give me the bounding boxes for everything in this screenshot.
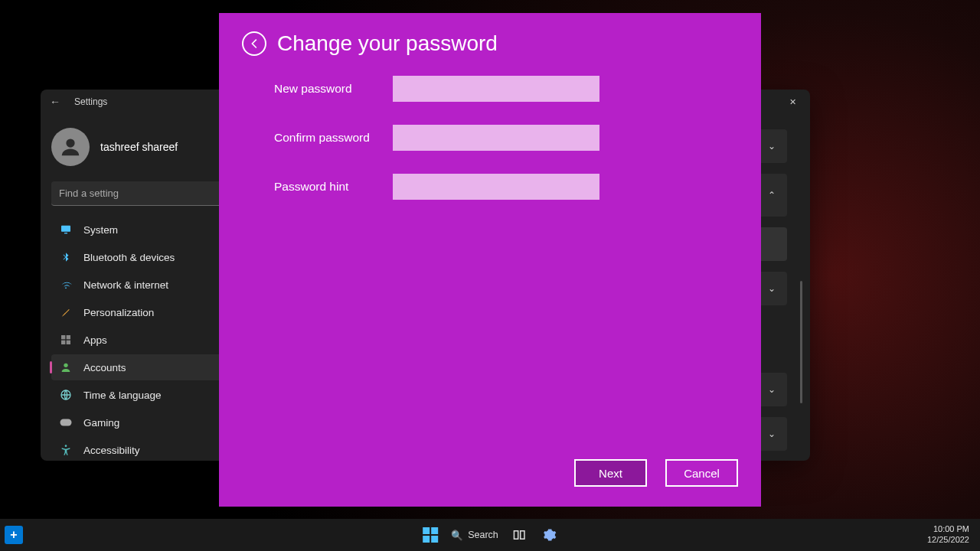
confirm-password-row: Confirm password xyxy=(274,125,738,151)
svg-rect-3 xyxy=(61,335,65,339)
accessibility-icon xyxy=(59,443,73,457)
svg-point-10 xyxy=(65,445,67,447)
expand-button[interactable]: ⌄ xyxy=(756,129,787,163)
globe-icon xyxy=(59,388,73,402)
person-icon xyxy=(59,360,73,374)
modal-back-button[interactable] xyxy=(242,31,266,56)
svg-rect-5 xyxy=(61,341,65,344)
taskbar: + 🔍 Search 10:00 PM 12/25/2022 xyxy=(0,519,980,551)
svg-rect-6 xyxy=(67,341,70,344)
close-button[interactable]: ✕ xyxy=(775,90,810,114)
widgets-button[interactable]: + xyxy=(5,526,23,544)
monitor-icon xyxy=(59,223,73,236)
modal-footer: Next Cancel xyxy=(242,459,738,491)
clock-date: 12/25/2022 xyxy=(927,535,969,546)
cancel-button[interactable]: Cancel xyxy=(665,459,738,487)
taskbar-search-label: Search xyxy=(468,530,498,540)
expand-button[interactable]: ⌄ xyxy=(756,417,787,451)
sidebar-item-label: Network & internet xyxy=(83,279,168,291)
sidebar-item-gaming[interactable]: Gaming xyxy=(51,409,246,435)
confirm-password-label: Confirm password xyxy=(274,131,393,145)
collapse-button[interactable]: ⌃ xyxy=(756,174,787,217)
panel-row[interactable] xyxy=(756,227,787,261)
modal-header: Change your password xyxy=(242,31,738,56)
svg-rect-12 xyxy=(520,531,524,540)
system-tray-clock[interactable]: 10:00 PM 12/25/2022 xyxy=(927,524,980,546)
change-password-modal: Change your password New password Confir… xyxy=(219,13,761,507)
start-button[interactable] xyxy=(420,525,440,545)
sidebar-item-accessibility[interactable]: Accessibility xyxy=(51,437,246,461)
modal-title: Change your password xyxy=(277,31,498,56)
scrollbar[interactable] xyxy=(800,281,802,403)
search-wrap: 🔍 xyxy=(51,181,238,206)
svg-rect-2 xyxy=(64,233,67,233)
sidebar-item-apps[interactable]: Apps xyxy=(51,327,246,353)
settings-nav: SystemBluetooth & devicesNetwork & inter… xyxy=(51,217,246,461)
expand-button[interactable]: ⌄ xyxy=(756,272,787,305)
password-hint-input[interactable] xyxy=(393,174,599,200)
new-password-row: New password xyxy=(274,76,738,102)
sidebar-item-label: Bluetooth & devices xyxy=(83,252,175,263)
sidebar-item-accounts[interactable]: Accounts xyxy=(51,354,246,380)
sidebar-item-system[interactable]: System xyxy=(51,217,246,243)
svg-rect-4 xyxy=(67,335,70,339)
sidebar-item-label: Accessibility xyxy=(83,445,140,456)
sidebar-item-label: Personalization xyxy=(83,307,154,318)
gamepad-icon xyxy=(59,416,73,429)
username-label: tashreef shareef xyxy=(100,141,178,153)
sidebar-item-label: Accounts xyxy=(83,362,126,373)
back-button[interactable]: ← xyxy=(50,96,60,108)
avatar-icon xyxy=(51,128,90,166)
sidebar-item-network-internet[interactable]: Network & internet xyxy=(51,272,246,298)
expand-button[interactable]: ⌄ xyxy=(756,373,787,406)
task-view-button[interactable] xyxy=(509,525,529,545)
clock-time: 10:00 PM xyxy=(927,524,969,535)
wifi-icon xyxy=(59,278,73,292)
search-input[interactable] xyxy=(51,181,238,206)
settings-title: Settings xyxy=(74,96,107,107)
sidebar-item-label: Time & language xyxy=(83,390,162,401)
svg-point-7 xyxy=(64,364,67,367)
apps-icon xyxy=(59,333,73,347)
sidebar-item-personalization[interactable]: Personalization xyxy=(51,299,246,325)
confirm-password-input[interactable] xyxy=(393,125,599,151)
sidebar-item-bluetooth-devices[interactable]: Bluetooth & devices xyxy=(51,244,246,270)
svg-rect-9 xyxy=(60,419,72,426)
next-button[interactable]: Next xyxy=(574,459,647,487)
sidebar-item-label: Gaming xyxy=(83,417,119,429)
taskbar-search[interactable]: 🔍 Search xyxy=(451,530,498,541)
sidebar-item-label: System xyxy=(83,224,118,236)
search-icon: 🔍 xyxy=(451,530,463,541)
brush-icon xyxy=(59,305,73,319)
svg-rect-1 xyxy=(61,226,70,232)
sidebar-item-label: Apps xyxy=(83,334,107,346)
new-password-label: New password xyxy=(274,82,393,96)
settings-taskbar-icon[interactable] xyxy=(540,525,560,545)
svg-point-0 xyxy=(66,139,74,147)
password-form: New password Confirm password Password h… xyxy=(242,76,738,200)
svg-rect-11 xyxy=(514,531,518,540)
new-password-input[interactable] xyxy=(393,76,599,102)
sidebar-item-time-language[interactable]: Time & language xyxy=(51,382,246,408)
password-hint-label: Password hint xyxy=(274,180,393,194)
password-hint-row: Password hint xyxy=(274,174,738,200)
bluetooth-icon xyxy=(59,250,73,264)
